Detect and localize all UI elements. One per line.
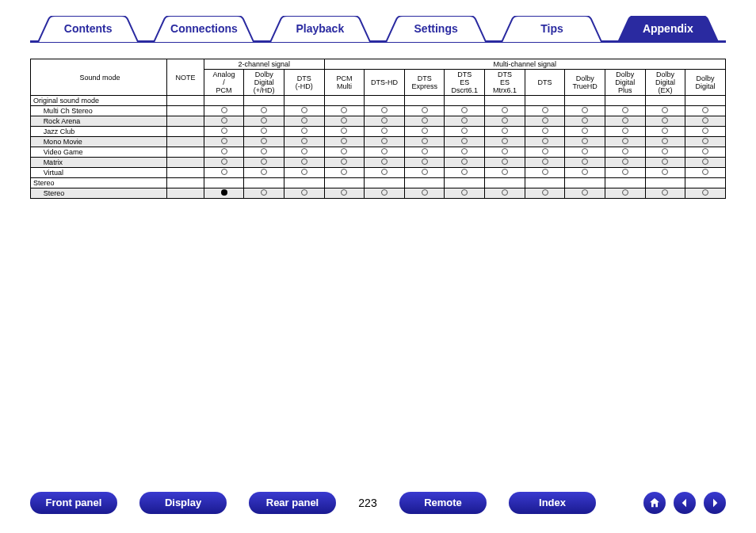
mark-cell — [204, 127, 244, 137]
mark-cell — [525, 127, 565, 137]
home-icon[interactable] — [643, 492, 666, 514]
tab-tips[interactable]: Tips — [494, 16, 609, 43]
group-empty-cell — [645, 96, 685, 106]
mark-cell — [685, 116, 726, 127]
mark-cell — [404, 188, 445, 199]
mark-cell — [525, 106, 565, 116]
group-empty-cell — [284, 178, 324, 188]
col-header: Analog/PCM — [204, 70, 244, 96]
mark-cell — [605, 188, 645, 199]
mark-cell — [204, 147, 244, 158]
tab-label: Playback — [296, 22, 344, 35]
mark-cell — [565, 168, 605, 178]
top-nav: Contents Connections Playback Settings T… — [30, 16, 726, 43]
circle-icon — [622, 158, 628, 165]
group-empty-cell — [244, 178, 284, 188]
circle-icon — [662, 128, 668, 134]
circle-icon — [461, 158, 468, 165]
tab-label: Settings — [414, 22, 458, 35]
col-header: DTSESMtrx6.1 — [485, 70, 525, 96]
circle-icon — [341, 148, 347, 154]
group-empty-cell — [167, 96, 204, 106]
circle-icon — [422, 158, 428, 165]
circle-icon — [381, 169, 388, 175]
mark-cell — [324, 158, 365, 168]
circle-icon — [582, 148, 588, 154]
tab-connections[interactable]: Connections — [146, 16, 262, 43]
mark-cell — [605, 168, 645, 178]
group-empty-cell — [404, 96, 445, 106]
circle-icon — [582, 158, 588, 165]
bottom-bar: Front panelDisplayRear panel 223 RemoteI… — [0, 492, 756, 514]
next-page-icon[interactable] — [704, 492, 726, 514]
circle-icon — [381, 128, 388, 134]
circle-icon — [261, 138, 267, 144]
mark-cell — [244, 116, 284, 127]
circle-icon — [502, 169, 508, 175]
circle-icon — [702, 148, 708, 154]
mark-cell — [685, 127, 726, 137]
tab-playback[interactable]: Playback — [262, 16, 378, 43]
circle-icon — [221, 117, 227, 124]
circle-icon — [702, 107, 708, 113]
circle-icon — [622, 107, 628, 113]
mark-cell — [244, 158, 284, 168]
mark-cell — [244, 137, 284, 147]
mark-cell — [645, 116, 685, 127]
circle-icon — [502, 117, 508, 124]
mark-cell — [365, 188, 405, 199]
prev-page-icon[interactable] — [674, 492, 696, 514]
mark-cell — [525, 116, 565, 127]
col-header: DolbyDigitalPlus — [605, 70, 645, 96]
tab-settings[interactable]: Settings — [378, 16, 494, 43]
mark-cell — [565, 158, 605, 168]
tab-label: Tips — [540, 22, 563, 35]
index-button[interactable]: Index — [509, 492, 596, 514]
circle-icon — [461, 189, 468, 196]
group-empty-cell — [605, 178, 645, 188]
circle-icon — [261, 158, 267, 165]
mark-cell — [685, 158, 726, 168]
group-empty-cell — [525, 178, 565, 188]
mark-cell — [605, 158, 645, 168]
mark-cell — [685, 188, 726, 199]
mark-cell — [284, 106, 324, 116]
circle-icon — [542, 117, 548, 124]
group-empty-cell — [445, 178, 485, 188]
indent-cell — [31, 137, 39, 147]
remote-button[interactable]: Remote — [399, 492, 487, 514]
mark-cell — [365, 158, 405, 168]
nav-icons — [640, 492, 726, 514]
mark-cell — [284, 137, 324, 147]
mark-cell — [324, 116, 365, 127]
circle-icon — [542, 138, 548, 144]
mark-cell — [645, 106, 685, 116]
tab-appendix[interactable]: Appendix — [610, 16, 726, 43]
circle-icon — [381, 148, 388, 154]
rear-panel-button[interactable]: Rear panel — [249, 492, 336, 514]
circle-icon — [301, 128, 307, 134]
mark-cell — [565, 137, 605, 147]
circle-icon — [502, 128, 508, 134]
circle-icon — [301, 169, 307, 175]
mark-cell — [324, 106, 365, 116]
indent-cell — [31, 147, 39, 158]
mark-cell — [324, 127, 365, 137]
display-button[interactable]: Display — [139, 492, 227, 514]
circle-icon — [582, 107, 588, 113]
mark-cell — [525, 158, 565, 168]
circle-icon — [381, 138, 388, 144]
circle-icon — [702, 158, 708, 165]
mark-cell — [525, 147, 565, 158]
sound-mode-name: Virtual — [39, 168, 167, 178]
tab-contents[interactable]: Contents — [30, 16, 146, 43]
mark-cell — [204, 158, 244, 168]
circle-icon — [261, 189, 267, 196]
group-empty-cell — [284, 96, 324, 106]
group-empty-cell — [525, 96, 565, 106]
col-header: PCMMulti — [324, 70, 365, 96]
col-header: DolbyTrueHD — [565, 70, 605, 96]
group-empty-cell — [404, 178, 445, 188]
group-empty-cell — [685, 178, 726, 188]
front-panel-button[interactable]: Front panel — [30, 492, 117, 514]
